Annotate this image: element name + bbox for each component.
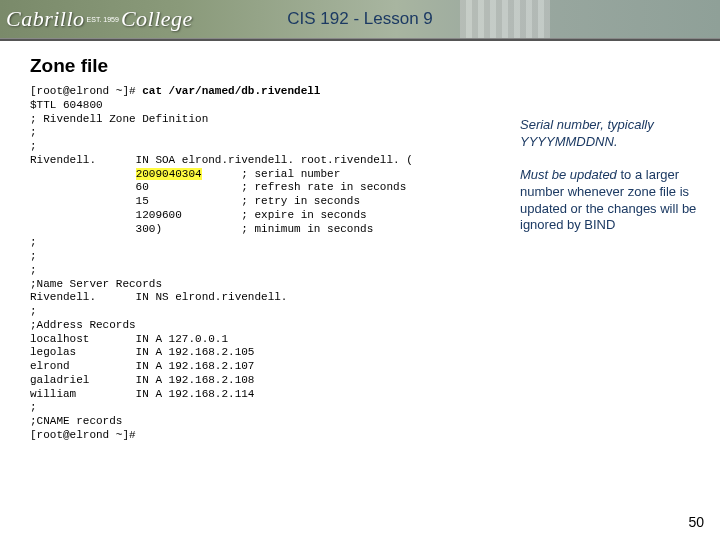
term-line: ; — [30, 401, 37, 413]
term-line: ; — [30, 250, 37, 262]
slide-number: 50 — [688, 514, 704, 530]
logo-text-right: College — [121, 6, 193, 32]
logo-est: EST. 1959 — [87, 16, 119, 23]
term-line: elrond IN A 192.168.2.107 — [30, 360, 254, 372]
term-line: ; — [30, 126, 37, 138]
serial-highlight: 2009040304 — [136, 168, 202, 180]
term-line: ; — [30, 264, 37, 276]
term-line: ; Rivendell Zone Definition — [30, 113, 208, 125]
term-line: william IN A 192.168.2.114 — [30, 388, 254, 400]
term-line: 60 ; refresh rate in seconds — [30, 181, 406, 193]
term-line: ;CNAME records — [30, 415, 122, 427]
logo-text-left: Cabrillo — [6, 6, 85, 32]
command: cat /var/named/db.rivendell — [142, 85, 320, 97]
term-line: ; — [30, 305, 37, 317]
term-line: Rivendell. IN SOA elrond.rivendell. root… — [30, 154, 413, 166]
term-line: Rivendell. IN NS elrond.rivendell. — [30, 291, 287, 303]
term-line: ;Name Server Records — [30, 278, 162, 290]
callout-p2-em: Must be updated — [520, 167, 617, 182]
college-logo: Cabrillo EST. 1959 College — [6, 4, 193, 34]
slide-header: Cabrillo EST. 1959 College CIS 192 - Les… — [0, 0, 720, 39]
term-line: legolas IN A 192.168.2.105 — [30, 346, 254, 358]
callout-note: Serial number, typically YYYYMMDDNN. Mus… — [520, 117, 720, 234]
term-line: ; — [30, 236, 37, 248]
slide-title: Zone file — [30, 55, 720, 77]
term-line: ; — [30, 140, 37, 152]
callout-p2: Must be updated to a larger number whene… — [520, 167, 720, 235]
header-divider — [0, 39, 720, 41]
term-line: $TTL 604800 — [30, 99, 103, 111]
term-line: ;Address Records — [30, 319, 136, 331]
callout-p1: Serial number, typically YYYYMMDDNN. — [520, 117, 720, 151]
term-line: galadriel IN A 192.168.2.108 — [30, 374, 254, 386]
slide-content: [root@elrond ~]# cat /var/named/db.riven… — [30, 85, 720, 443]
header-pillars-decoration — [460, 0, 550, 38]
term-line: 15 ; retry in seconds — [30, 195, 360, 207]
term-line: ; serial number — [202, 168, 341, 180]
term-line: [root@elrond ~]# — [30, 429, 136, 441]
term-line: 300) ; minimum in seconds — [30, 223, 373, 235]
term-line: localhost IN A 127.0.0.1 — [30, 333, 228, 345]
prompt: [root@elrond ~]# — [30, 85, 142, 97]
term-line: 1209600 ; expire in seconds — [30, 209, 367, 221]
